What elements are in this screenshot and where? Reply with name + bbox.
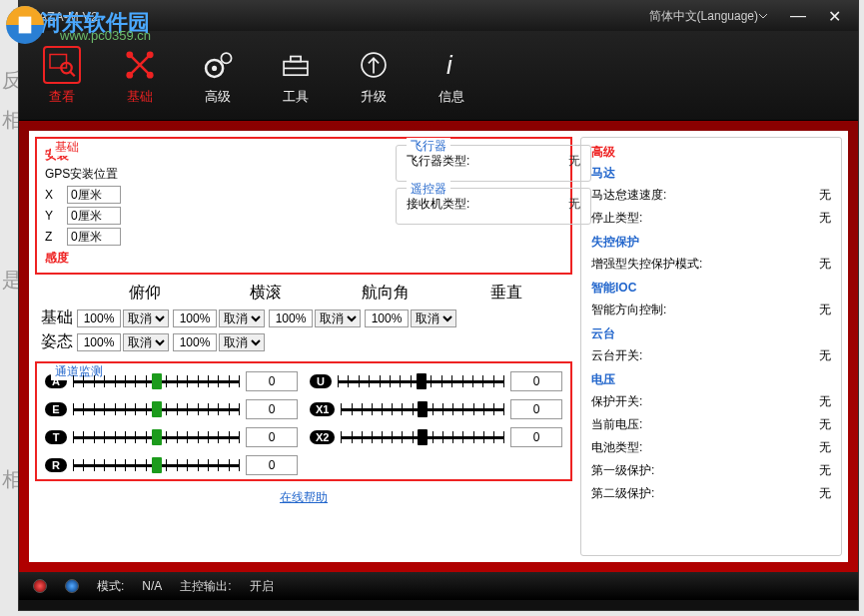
ioc-dir: 无: [819, 302, 831, 318]
led-blue-icon: [65, 579, 79, 593]
gps-z-input[interactable]: [67, 228, 121, 246]
channel-T: T 0: [45, 427, 298, 447]
led-red-icon: [33, 579, 47, 593]
section-aircraft: 飞行器: [407, 138, 450, 155]
chevron-down-icon: [758, 11, 768, 21]
aircraft-icon: [121, 46, 159, 84]
lvl1: 无: [819, 462, 831, 479]
rx-type: 无: [568, 196, 580, 213]
tab-upgrade[interactable]: 升级: [349, 42, 399, 110]
svg-line-4: [70, 71, 75, 76]
gain-basic-pitch[interactable]: [77, 309, 121, 327]
main-toolbar: 查看 基础 高级 工具 升级 i 信息: [19, 31, 858, 121]
globe-arrow-icon: [355, 46, 393, 84]
section-rc: 遥控器: [407, 181, 450, 198]
channel-value-E: 0: [246, 399, 298, 419]
channel-X2: X2 0: [310, 427, 562, 447]
channel-value-U: 0: [510, 371, 562, 391]
gain-att-pitch[interactable]: [77, 333, 121, 351]
channel-slider-A[interactable]: [73, 372, 240, 390]
toolbox-icon: [277, 46, 315, 84]
aircraft-type: 无: [568, 153, 580, 170]
close-button[interactable]: ✕: [818, 5, 850, 27]
gain-basic-roll-sel[interactable]: 取消: [219, 309, 265, 327]
gimbal-sw: 无: [819, 347, 831, 364]
channel-badge-E: E: [45, 402, 67, 416]
channel-value-X1: 0: [510, 399, 562, 419]
cur-volt: 无: [819, 416, 831, 433]
titlebar: NAZA-M V2 简体中文(Language) — ✕: [19, 1, 858, 31]
channel-slider-T[interactable]: [73, 428, 240, 446]
stop-type: 无: [819, 210, 831, 227]
gain-basic-yaw[interactable]: [269, 309, 313, 327]
svg-point-12: [212, 65, 217, 70]
gain-att-pitch-sel[interactable]: 取消: [123, 333, 169, 351]
gain-att-roll-sel[interactable]: 取消: [219, 333, 265, 351]
channel-badge-R: R: [45, 458, 67, 472]
tab-tool[interactable]: 工具: [271, 42, 321, 110]
channel-badge-X2: X2: [310, 430, 335, 444]
section-advanced: 高级: [591, 145, 615, 159]
channel-R: R 0: [45, 455, 298, 475]
status-mode: N/A: [142, 579, 162, 593]
gain-basic-yaw-sel[interactable]: 取消: [315, 309, 361, 327]
svg-rect-2: [50, 54, 67, 68]
help-link[interactable]: 在线帮助: [280, 490, 328, 504]
channel-X1: X1 0: [310, 399, 562, 419]
info-icon: i: [432, 46, 470, 84]
gps-y-input[interactable]: [67, 207, 121, 225]
failsafe-mode: 无: [819, 256, 831, 273]
channel-badge-T: T: [45, 430, 67, 444]
svg-text:i: i: [446, 50, 453, 78]
svg-point-13: [221, 53, 231, 63]
channel-slider-R[interactable]: [73, 456, 240, 474]
language-selector[interactable]: 简体中文(Language): [649, 8, 768, 25]
channel-value-X2: 0: [510, 427, 562, 447]
status-output: 开启: [250, 578, 274, 595]
tab-view[interactable]: 查看: [37, 42, 87, 110]
channel-slider-X1[interactable]: [341, 400, 504, 418]
tab-basic[interactable]: 基础: [115, 42, 165, 110]
channel-slider-X2[interactable]: [341, 428, 504, 446]
magnifier-icon: [43, 46, 81, 84]
gain-att-roll[interactable]: [173, 333, 217, 351]
lvl2: 无: [819, 485, 831, 502]
gain-basic-pitch-sel[interactable]: 取消: [123, 309, 169, 327]
gain-basic-roll[interactable]: [173, 309, 217, 327]
bat-type: 无: [819, 439, 831, 456]
gain-basic-vert[interactable]: [365, 309, 409, 327]
channel-value-R: 0: [246, 455, 298, 475]
tab-info[interactable]: i 信息: [427, 42, 476, 110]
motor-idle: 无: [819, 187, 831, 204]
channel-slider-U[interactable]: [338, 372, 504, 390]
channel-badge-X1: X1: [310, 402, 335, 416]
channel-U: U 0: [310, 371, 562, 391]
channel-E: E 0: [45, 399, 298, 419]
section-basic: 基础: [51, 139, 83, 156]
tab-advanced[interactable]: 高级: [193, 42, 243, 110]
gain-basic-vert-sel[interactable]: 取消: [411, 309, 456, 327]
app-title: NAZA-M V2: [29, 9, 98, 24]
channel-value-A: 0: [246, 371, 298, 391]
statusbar: 模式: N/A 主控输出: 开启: [19, 572, 858, 600]
channel-A: A 0: [45, 371, 298, 391]
minimize-button[interactable]: —: [782, 5, 814, 27]
channel-slider-E[interactable]: [73, 400, 240, 418]
gps-x-input[interactable]: [67, 186, 121, 204]
channel-badge-U: U: [310, 374, 332, 388]
gear-icon: [199, 46, 237, 84]
prot-sw: 无: [819, 393, 831, 410]
section-sens: 感度: [45, 250, 562, 267]
channel-value-T: 0: [246, 427, 298, 447]
svg-rect-15: [291, 56, 301, 61]
